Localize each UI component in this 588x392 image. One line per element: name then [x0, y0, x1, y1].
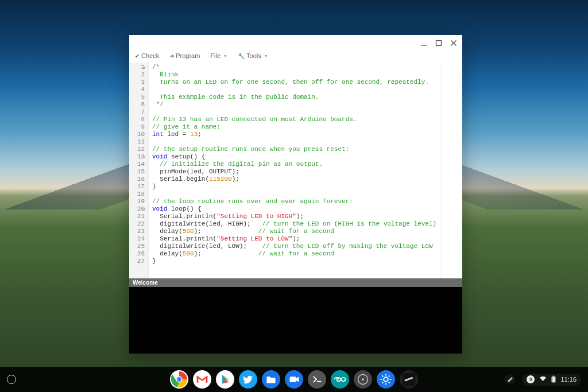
- code-editor[interactable]: 1234567891011121314151617181920212223242…: [129, 63, 462, 278]
- code-line[interactable]: // the loop routine runs over and over a…: [152, 198, 436, 205]
- battery-icon: [551, 375, 556, 384]
- code-line[interactable]: */: [152, 101, 436, 108]
- gmail-icon[interactable]: [193, 370, 211, 389]
- arrow-right-icon: ➔: [169, 53, 174, 59]
- window-titlebar: [129, 35, 462, 51]
- svg-line-26: [389, 375, 390, 377]
- code-line[interactable]: Blink: [152, 71, 436, 79]
- launcher-button[interactable]: [7, 375, 16, 384]
- line-number: 1: [131, 64, 145, 71]
- program-button[interactable]: ➔ Program: [169, 52, 200, 59]
- svg-line-25: [389, 382, 390, 383]
- taskbar: 0 11:16: [0, 367, 588, 392]
- code-line[interactable]: // give it a name:: [152, 123, 436, 131]
- tools-label: Tools: [246, 52, 261, 59]
- play-store-icon[interactable]: [216, 370, 234, 389]
- notification-count: 0: [527, 375, 535, 383]
- music-icon[interactable]: [354, 370, 372, 389]
- code-line[interactable]: Turns on an LED on for one second, then …: [152, 79, 436, 86]
- line-number: 24: [131, 235, 145, 243]
- code-line[interactable]: void setup() {: [152, 153, 436, 161]
- wrench-icon: 🔧: [238, 53, 245, 59]
- line-number: 17: [131, 183, 145, 191]
- code-line[interactable]: Serial.println("Setting LED to LOW");: [152, 235, 436, 243]
- code-line[interactable]: [152, 138, 436, 146]
- line-number: 19: [131, 198, 145, 205]
- svg-point-17: [362, 378, 364, 381]
- code-line[interactable]: digitalWrite(led, HIGH); // turn the LED…: [152, 220, 436, 228]
- line-number: 22: [131, 220, 145, 228]
- line-number: 21: [131, 213, 145, 220]
- line-number: 15: [131, 168, 145, 176]
- tools-menu[interactable]: 🔧 Tools ▼: [238, 52, 268, 59]
- code-line[interactable]: Serial.begin(115200);: [152, 176, 436, 183]
- app-icon[interactable]: [400, 370, 418, 389]
- line-number: 27: [131, 258, 145, 265]
- code-line[interactable]: // initialize the digital pin as an outp…: [152, 161, 436, 168]
- wifi-icon: [539, 376, 547, 383]
- line-number: 20: [131, 205, 145, 213]
- twitter-icon[interactable]: [239, 370, 257, 389]
- video-icon[interactable]: [285, 370, 303, 389]
- line-number: 11: [131, 138, 145, 146]
- minimize-button[interactable]: [420, 39, 428, 47]
- svg-point-18: [378, 371, 394, 387]
- code-line[interactable]: [152, 86, 436, 94]
- check-label: Check: [141, 52, 159, 59]
- editor-right-margin: [440, 63, 462, 278]
- line-gutter: 1234567891011121314151617181920212223242…: [129, 63, 149, 278]
- line-number: 18: [131, 191, 145, 198]
- line-number: 6: [131, 101, 145, 108]
- check-button[interactable]: ✔ Check: [135, 52, 159, 59]
- status-tray[interactable]: 0 11:16: [522, 374, 581, 386]
- code-line[interactable]: delay(500); // wait for a second: [152, 250, 436, 258]
- shelf-apps: [170, 370, 418, 389]
- svg-line-24: [382, 375, 383, 377]
- clock: 11:16: [560, 376, 577, 383]
- code-line[interactable]: /*: [152, 64, 436, 71]
- line-number: 3: [131, 79, 145, 86]
- file-label: File: [210, 52, 220, 59]
- code-line[interactable]: pinMode(led, OUTPUT);: [152, 168, 436, 176]
- stylus-icon[interactable]: [505, 374, 515, 385]
- code-line[interactable]: [152, 191, 436, 198]
- svg-rect-32: [552, 377, 555, 382]
- arduino-icon[interactable]: [331, 370, 349, 389]
- maximize-button[interactable]: [435, 39, 443, 47]
- settings-icon[interactable]: [377, 370, 395, 389]
- code-line[interactable]: }: [152, 183, 436, 191]
- code-line[interactable]: // the setup routine runs once when you …: [152, 146, 436, 153]
- code-line[interactable]: delay(500); // wait for a second: [152, 228, 436, 235]
- code-line[interactable]: // Pin 13 has an LED connected on most A…: [152, 116, 436, 123]
- line-number: 23: [131, 228, 145, 235]
- line-number: 16: [131, 176, 145, 183]
- output-console[interactable]: [129, 287, 462, 354]
- code-line[interactable]: Serial.println("Setting LED to HIGH");: [152, 213, 436, 220]
- line-number: 10: [131, 131, 145, 138]
- file-menu[interactable]: File ▼: [210, 52, 227, 59]
- chrome-icon[interactable]: [170, 370, 188, 389]
- line-number: 13: [131, 153, 145, 161]
- toolbar: ✔ Check ➔ Program File ▼ 🔧 Tools ▼: [129, 51, 462, 63]
- ide-window: ✔ Check ➔ Program File ▼ 🔧 Tools ▼ 12345…: [129, 35, 462, 354]
- line-number: 25: [131, 243, 145, 250]
- line-number: 9: [131, 123, 145, 131]
- code-line[interactable]: }: [152, 258, 436, 265]
- line-number: 12: [131, 146, 145, 153]
- code-line[interactable]: void loop() {: [152, 205, 436, 213]
- status-text: Welcome: [133, 280, 158, 286]
- line-number: 8: [131, 116, 145, 123]
- code-area[interactable]: /* Blink Turns on an LED on for one seco…: [149, 63, 440, 278]
- line-number: 7: [131, 108, 145, 116]
- terminal-icon[interactable]: [308, 370, 326, 389]
- code-line[interactable]: [152, 108, 436, 116]
- code-line[interactable]: digitalWrite(led, LOW); // turn the LED …: [152, 243, 436, 250]
- chevron-down-icon: ▼: [223, 54, 227, 58]
- code-line[interactable]: int led = 13;: [152, 131, 436, 138]
- status-bar: Welcome: [129, 278, 462, 287]
- system-tray: 0 11:16: [505, 374, 581, 386]
- close-button[interactable]: [450, 39, 458, 47]
- files-icon[interactable]: [262, 370, 280, 389]
- line-number: 26: [131, 250, 145, 258]
- code-line[interactable]: This example code is in the public domai…: [152, 94, 436, 101]
